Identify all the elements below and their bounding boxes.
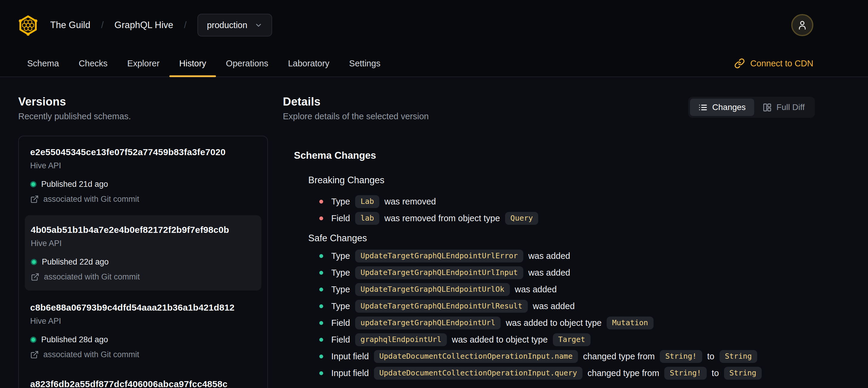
change-description: TypeLabwas removed [331,195,436,208]
hive-logo-icon[interactable] [17,13,39,37]
schema-change-item: Input fieldUpdateDocumentCollectionOpera… [319,348,815,365]
tab-history[interactable]: History [169,50,216,77]
code-chip: String [719,350,757,363]
change-text: was added [533,301,575,311]
published-status-dot-icon [30,336,36,343]
tab-schema[interactable]: Schema [17,50,69,77]
breaking-changes-group: Breaking ChangesTypeLabwas removedFieldl… [308,175,815,227]
change-groups: Breaking ChangesTypeLabwas removedFieldl… [294,175,815,381]
version-status-row: Published 21d ago [30,179,255,189]
version-commit-row[interactable]: associated with Git commit [31,271,255,282]
change-bullet-icon [319,216,323,220]
code-chip: String [724,367,762,380]
change-text: Input field [331,352,369,361]
versions-title: Versions [18,96,268,108]
schema-change-item: Fieldlabwas removed from object typeQuer… [319,210,815,227]
version-service-name: Hive API [31,238,255,249]
change-text: was removed from object type [384,213,500,223]
tab-settings[interactable]: Settings [339,50,391,77]
changes-view-button[interactable]: Changes [690,99,754,116]
target-selector-value: production [207,20,247,30]
change-list: TypeUpdateTargetGraphQLEndpointUrlErrorw… [308,247,815,381]
header-tabs-row: SchemaChecksExplorerHistoryOperationsLab… [0,50,868,77]
change-text: changed type from [583,352,655,361]
change-description: TypeUpdateTargetGraphQLEndpointUrlErrorw… [331,249,570,263]
change-text: Type [331,197,350,207]
external-link-icon [30,195,39,204]
change-description: Fieldlabwas removed from object typeQuer… [331,212,538,225]
full-diff-view-label: Full Diff [777,102,805,112]
details-heading-block: Details Explore details of the selected … [283,96,429,121]
version-commit-text: associated with Git commit [43,349,139,360]
change-bullet-icon [319,321,323,325]
main-content: Versions Recently published schemas. e2e… [0,77,868,388]
change-bullet-icon [319,304,323,308]
code-chip: UpdateDocumentCollectionOperationInput.n… [374,350,578,363]
details-subtitle: Explore details of the selected version [283,111,429,121]
schema-change-item: TypeUpdateTargetGraphQLEndpointUrlOkwas … [319,281,815,298]
tab-label: Laboratory [288,59,330,68]
change-description: FieldupdateTargetGraphQLEndpointUrlwas a… [331,317,654,329]
schema-change-item: FieldupdateTargetGraphQLEndpointUrlwas a… [319,315,815,331]
schema-changes-title: Schema Changes [294,149,815,161]
safe-changes-group: Safe ChangesTypeUpdateTargetGraphQLEndpo… [308,233,815,381]
change-text: Field [331,318,350,328]
change-text: was added to object type [452,335,548,345]
breadcrumb-org-link[interactable]: The Guild [50,20,90,30]
change-text: Type [331,268,350,278]
version-list-item[interactable]: e2e55045345ce13fe07f52a77459b83fa3fe7020… [19,137,267,213]
change-text: Input field [331,368,369,378]
breadcrumb-separator: / [101,20,104,30]
code-chip: UpdateTargetGraphQLEndpointUrlInput [355,266,523,279]
change-group-title: Breaking Changes [308,175,815,186]
chevron-down-icon [254,21,262,29]
version-commit-row[interactable]: associated with Git commit [30,349,255,360]
breadcrumb: The Guild / GraphQL Hive / production [50,14,272,36]
change-bullet-icon [319,371,323,375]
breadcrumb-project-link[interactable]: GraphQL Hive [115,20,173,30]
change-description: FieldgraphqlEndpointUrlwas added to obje… [331,333,590,346]
version-commit-row[interactable]: associated with Git commit [30,194,255,205]
change-text: was added [515,285,557,294]
details-header: Details Explore details of the selected … [283,96,815,121]
version-list-item[interactable]: 4b05ab51b1b4a7e2e4b0ef82172f2b9f7ef98c0b… [25,215,261,291]
tab-label: Settings [349,59,380,68]
schema-change-item: FieldgraphqlEndpointUrlwas added to obje… [319,331,815,348]
change-text: was removed [384,197,436,207]
change-text: to [707,352,714,361]
tab-label: History [179,59,206,68]
version-service-name: Hive API [30,160,255,171]
user-avatar-button[interactable] [791,14,813,36]
external-link-icon [30,350,39,359]
tab-label: Explorer [127,59,159,68]
full-diff-view-button[interactable]: Full Diff [754,99,813,116]
tab-checks[interactable]: Checks [69,50,117,77]
code-chip: UpdateTargetGraphQLEndpointUrlError [355,249,523,263]
change-bullet-icon [319,200,323,204]
tab-laboratory[interactable]: Laboratory [278,50,339,77]
change-bullet-icon [319,338,323,342]
view-toggle-group: Changes Full Diff [688,97,815,118]
schema-change-item: TypeUpdateTargetGraphQLEndpointUrlInputw… [319,264,815,281]
version-published-text: Published 21d ago [41,179,108,189]
change-text: was added [528,251,570,261]
columns-icon [763,103,772,112]
version-list-item[interactable]: c8b6e88a06793b9c4dfd54aaa21b36a1b421d812… [19,292,267,369]
tab-label: Operations [226,59,268,68]
target-selector-dropdown[interactable]: production [197,14,272,36]
tab-explorer[interactable]: Explorer [117,50,169,77]
code-chip: lab [355,212,379,225]
version-hash: c8b6e88a06793b9c4dfd54aaa21b36a1b421d812 [30,301,255,314]
versions-subtitle: Recently published schemas. [18,111,268,121]
change-text: Type [331,285,350,294]
schema-change-item: TypeUpdateTargetGraphQLEndpointUrlResult… [319,298,815,315]
code-chip: Lab [355,195,379,208]
code-chip: String! [660,350,702,363]
code-chip: graphqlEndpointUrl [355,333,447,346]
tab-operations[interactable]: Operations [216,50,278,77]
header-top-row: The Guild / GraphQL Hive / production [0,0,868,50]
connect-to-cdn-link[interactable]: Connect to CDN [734,50,813,77]
version-hash: e2e55045345ce13fe07f52a77459b83fa3fe7020 [30,146,255,158]
version-list-item[interactable]: a823f6db2a55df877dcf406006abca97fcc4858c… [19,369,267,388]
change-text: was added to object type [506,318,601,328]
